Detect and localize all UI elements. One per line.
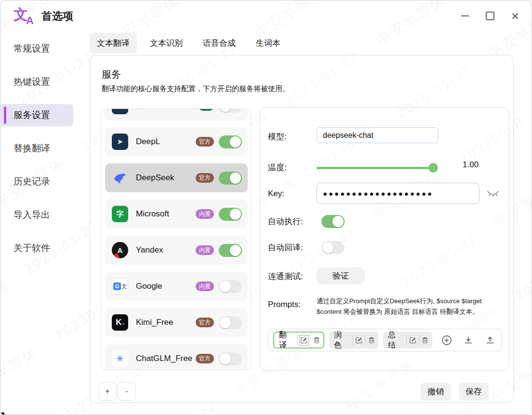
unknown-service-icon: ➤	[112, 108, 128, 114]
service-row[interactable]: ✳ ChatGLM_Free 官方	[105, 344, 248, 370]
service-row[interactable]: A Yandex 内置	[105, 236, 248, 265]
deepl-icon: ➤	[112, 134, 128, 150]
service-toggle[interactable]	[219, 172, 242, 185]
service-badge: 官方	[196, 137, 214, 147]
prompt-chip[interactable]: 润色	[329, 332, 378, 348]
service-row[interactable]: ➤ DeepL 官方	[105, 127, 248, 156]
service-toggle[interactable]	[219, 244, 242, 257]
sidebar-item[interactable]: 热键设置	[0, 71, 73, 93]
google-icon: G文	[112, 278, 128, 295]
service-row[interactable]: 字 Microsoft 内置	[105, 200, 248, 228]
service-row[interactable]: G文 Google 内置	[105, 272, 248, 301]
verify-button[interactable]: 验证	[317, 268, 365, 284]
sidebar-item-label: 服务设置	[13, 110, 50, 120]
service-toggle[interactable]	[219, 316, 242, 329]
service-toggle[interactable]	[219, 208, 242, 221]
sidebar-item-label: 历史记录	[13, 176, 50, 187]
chatglm-icon: ✳	[112, 350, 128, 367]
delete-prompt-icon[interactable]	[365, 335, 377, 346]
prompt-chip[interactable]: 总结	[383, 332, 432, 348]
delete-prompt-icon[interactable]	[310, 335, 322, 346]
prompt-chip-label: 润色	[334, 330, 352, 350]
close-icon[interactable]: ✕	[510, 10, 520, 22]
key-label: Key:	[268, 189, 284, 199]
preferences-window: 中安半导体 20230508 2025-01-27 中安半导体 20230508…	[0, 0, 532, 415]
sidebar-item[interactable]: 替换翻译	[0, 137, 73, 160]
sidebar-item-label: 替换翻译	[13, 143, 50, 153]
tab[interactable]: 文本翻译	[90, 33, 137, 54]
prompt-chip[interactable]: 翻译	[273, 332, 324, 348]
sidebar-item[interactable]: 关于软件	[0, 237, 73, 259]
model-label: 模型:	[268, 131, 287, 142]
sidebar: 常规设置 热键设置 服务设置 替换翻译 历史记录 导入导出 关于软件	[0, 38, 82, 270]
import-download-icon[interactable]	[462, 333, 476, 348]
prompt-chip-label: 总结	[388, 330, 406, 350]
tab-label: 生词本	[256, 39, 280, 48]
section-description: 翻译功能的核心服务支持配置，下方开启的服务将被使用。	[102, 84, 290, 94]
tab[interactable]: 语音合成	[196, 33, 243, 54]
sidebar-item[interactable]: 导入导出	[0, 204, 73, 226]
tab-bar: 文本翻译 文本识别 语音合成 生词本	[90, 32, 288, 54]
tab[interactable]: 文本识别	[143, 33, 190, 54]
slider-thumb[interactable]	[428, 163, 438, 173]
export-upload-icon[interactable]	[483, 333, 497, 348]
app-logo-translate-icon: 文A	[13, 6, 34, 26]
service-toggle[interactable]	[219, 280, 242, 293]
kimi-icon: K	[112, 314, 128, 331]
service-badge: 官方	[196, 173, 214, 183]
service-row[interactable]: K Kimi_Free 官方	[105, 308, 248, 337]
auto-execute-label: 自动执行:	[268, 216, 303, 227]
service-name: Google	[136, 281, 162, 291]
temperature-slider[interactable]	[317, 163, 437, 173]
service-name: Yandex	[136, 245, 163, 255]
prompts-description: 通过自定义Prompt自定义DeepSeek行为, $source $targe…	[317, 296, 505, 317]
service-badge: 官方	[196, 354, 214, 363]
yandex-icon: A	[112, 242, 128, 258]
sidebar-item[interactable]: 服务设置	[0, 104, 73, 126]
maximize-icon[interactable]	[485, 10, 495, 22]
edit-prompt-icon[interactable]	[297, 335, 310, 346]
add-service-button[interactable]: +	[98, 382, 117, 401]
sidebar-item[interactable]: 常规设置	[0, 38, 73, 60]
service-list[interactable]: ➤ ➤ DeepL 官方 DeepSeek 官方 字 Mic	[101, 108, 251, 370]
service-badge: 内置	[196, 281, 214, 291]
service-detail-panel: 模型: 温度: 1.00 Key: ●●●●●●●●●●●●●●●●●●● 自动…	[260, 107, 509, 371]
edit-prompt-icon[interactable]	[352, 335, 365, 346]
sidebar-item[interactable]: 历史记录	[0, 171, 73, 193]
edit-prompt-icon[interactable]	[406, 335, 419, 346]
auto-back-translate-label: 自动回译:	[268, 242, 303, 253]
temperature-label: 温度:	[268, 162, 287, 173]
prompt-chip-label: 翻译	[279, 330, 297, 350]
microsoft-icon: 字	[112, 206, 128, 222]
tab-label: 语音合成	[203, 39, 236, 48]
service-badge: 内置	[196, 245, 214, 255]
auto-back-translate-toggle[interactable]	[321, 241, 345, 254]
service-name: Microsoft	[136, 209, 169, 219]
model-input[interactable]	[317, 127, 439, 143]
add-prompt-icon[interactable]	[440, 333, 454, 348]
auto-execute-toggle[interactable]	[321, 215, 345, 228]
service-toggle[interactable]	[219, 108, 242, 113]
undo-button[interactable]: 撤销	[421, 383, 451, 401]
eye-closed-icon[interactable]	[486, 189, 500, 199]
prompt-toolbar: 翻译 润色 总结	[268, 329, 502, 351]
deepseek-icon	[112, 170, 128, 186]
services-panel: 服务 翻译功能的核心服务支持配置，下方开启的服务将被使用。 ➤ ➤ DeepL …	[90, 55, 514, 403]
sidebar-item-label: 关于软件	[13, 243, 50, 253]
service-toggle[interactable]	[219, 352, 242, 365]
delete-prompt-icon[interactable]	[419, 335, 431, 346]
temperature-value: 1.00	[463, 160, 479, 170]
sidebar-item-label: 导入导出	[13, 210, 50, 220]
tab[interactable]: 生词本	[249, 33, 288, 54]
service-toggle[interactable]	[219, 135, 242, 148]
service-row-partial[interactable]: ➤	[105, 108, 248, 120]
save-button[interactable]: 保存	[459, 383, 489, 401]
prompts-label: Prompts:	[268, 300, 301, 309]
service-name: DeepSeek	[136, 173, 174, 183]
service-name: DeepL	[136, 137, 160, 147]
sidebar-item-label: 热键设置	[13, 77, 50, 87]
service-row[interactable]: DeepSeek 官方	[105, 163, 248, 192]
api-key-input[interactable]: ●●●●●●●●●●●●●●●●●●●	[317, 183, 479, 204]
minimize-icon[interactable]	[460, 10, 470, 22]
remove-service-button[interactable]: -	[118, 382, 136, 401]
